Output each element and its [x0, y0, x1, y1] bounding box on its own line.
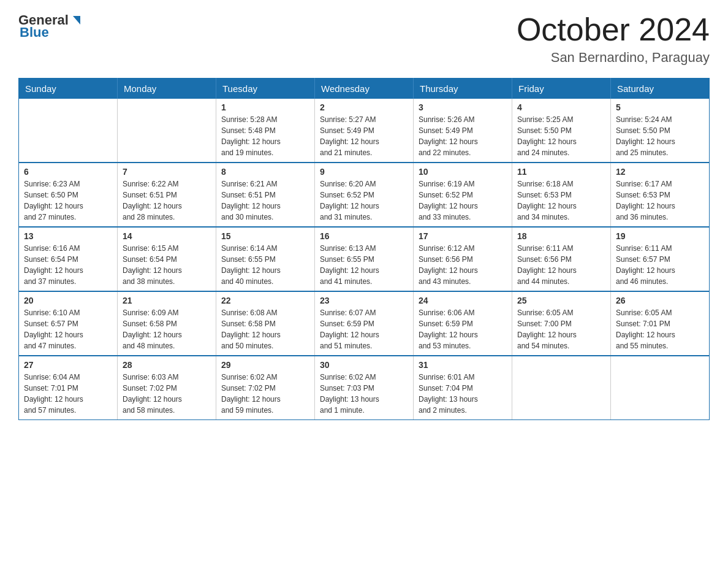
day-info-line: and 21 minutes. — [320, 148, 372, 157]
day-number: 21 — [123, 296, 211, 305]
day-number: 6 — [24, 167, 112, 177]
day-info-line: Sunrise: 6:08 AM — [221, 308, 277, 317]
day-info-line: Sunrise: 6:09 AM — [123, 308, 178, 317]
day-info-line: Sunrise: 6:21 AM — [221, 180, 277, 188]
day-info-line: Sunrise: 6:13 AM — [320, 244, 376, 253]
day-info-line: Sunset: 6:54 PM — [123, 255, 177, 264]
day-number: 18 — [517, 231, 605, 241]
day-info: Sunrise: 5:27 AMSunset: 5:49 PMDaylight:… — [320, 114, 408, 158]
day-info-line: Sunrise: 6:22 AM — [123, 180, 178, 188]
logo: General Blue — [18, 12, 83, 40]
day-info-line: Sunrise: 5:24 AM — [616, 115, 672, 124]
day-info: Sunrise: 6:13 AMSunset: 6:55 PMDaylight:… — [320, 243, 408, 287]
day-info-line: and 51 minutes. — [320, 342, 372, 350]
day-info-line: Daylight: 12 hours — [24, 266, 83, 275]
day-info-line: Daylight: 12 hours — [221, 202, 281, 210]
day-info: Sunrise: 6:02 AMSunset: 7:02 PMDaylight:… — [221, 372, 309, 416]
day-info-line: and 58 minutes. — [123, 406, 175, 415]
day-info-line: and 27 minutes. — [24, 213, 76, 221]
calendar-week-row: 6Sunrise: 6:23 AMSunset: 6:50 PMDaylight… — [19, 163, 710, 227]
calendar-cell: 20Sunrise: 6:10 AMSunset: 6:57 PMDayligh… — [19, 291, 118, 356]
day-info-line: and 41 minutes. — [320, 277, 372, 286]
calendar-cell: 7Sunrise: 6:22 AMSunset: 6:51 PMDaylight… — [118, 163, 216, 227]
calendar-table: SundayMondayTuesdayWednesdayThursdayFrid… — [18, 78, 710, 420]
day-info: Sunrise: 6:14 AMSunset: 6:55 PMDaylight:… — [221, 243, 309, 287]
day-number: 31 — [419, 360, 507, 370]
day-info: Sunrise: 5:28 AMSunset: 5:48 PMDaylight:… — [221, 114, 309, 158]
day-info-line: Sunrise: 6:17 AM — [616, 180, 672, 188]
calendar-cell: 4Sunrise: 5:25 AMSunset: 5:50 PMDaylight… — [512, 99, 611, 163]
day-info-line: Sunrise: 6:07 AM — [320, 308, 376, 317]
day-info-line: Sunset: 7:00 PM — [517, 320, 572, 328]
calendar-cell: 3Sunrise: 5:26 AMSunset: 5:49 PMDaylight… — [414, 99, 512, 163]
day-info-line: Sunset: 6:56 PM — [517, 255, 572, 264]
calendar-cell: 8Sunrise: 6:21 AMSunset: 6:51 PMDaylight… — [216, 163, 315, 227]
svg-marker-0 — [73, 16, 80, 25]
day-info-line: and 57 minutes. — [24, 406, 76, 415]
day-info-line: Daylight: 12 hours — [616, 331, 675, 339]
day-info-line: Daylight: 12 hours — [123, 331, 182, 339]
day-info-line: and 50 minutes. — [221, 342, 273, 350]
day-number: 29 — [221, 360, 309, 370]
day-info-line: Daylight: 12 hours — [24, 331, 83, 339]
calendar-cell: 1Sunrise: 5:28 AMSunset: 5:48 PMDaylight… — [216, 99, 315, 163]
day-info-line: Daylight: 12 hours — [616, 202, 675, 210]
day-info-line: Sunset: 6:52 PM — [419, 191, 473, 199]
calendar-cell: 2Sunrise: 5:27 AMSunset: 5:49 PMDaylight… — [315, 99, 414, 163]
calendar-cell: 9Sunrise: 6:20 AMSunset: 6:52 PMDaylight… — [315, 163, 414, 227]
day-info: Sunrise: 6:12 AMSunset: 6:56 PMDaylight:… — [419, 243, 507, 287]
day-info-line: Sunrise: 6:06 AM — [419, 308, 474, 317]
calendar-cell — [611, 356, 710, 420]
calendar-cell: 26Sunrise: 6:05 AMSunset: 7:01 PMDayligh… — [611, 291, 710, 356]
day-info-line: Daylight: 12 hours — [320, 137, 379, 146]
day-info: Sunrise: 6:21 AMSunset: 6:51 PMDaylight:… — [221, 178, 309, 223]
day-of-week-header: Thursday — [414, 79, 512, 99]
logo-triangle-icon — [70, 13, 83, 27]
day-info-line: Daylight: 13 hours — [320, 395, 379, 404]
calendar-cell: 31Sunrise: 6:01 AMSunset: 7:04 PMDayligh… — [414, 356, 512, 420]
day-number: 12 — [616, 167, 704, 177]
day-info: Sunrise: 6:08 AMSunset: 6:58 PMDaylight:… — [221, 307, 309, 351]
day-info: Sunrise: 5:24 AMSunset: 5:50 PMDaylight:… — [616, 114, 704, 158]
day-info-line: Sunset: 5:50 PM — [517, 126, 572, 135]
day-info-line: and 38 minutes. — [123, 277, 175, 286]
day-info-line: and 22 minutes. — [419, 148, 471, 157]
day-number: 24 — [419, 296, 507, 305]
day-info-line: Daylight: 12 hours — [616, 137, 675, 146]
day-info-line: Sunset: 7:03 PM — [320, 384, 374, 393]
day-number: 11 — [517, 167, 605, 177]
day-info-line: Sunset: 7:01 PM — [616, 320, 670, 328]
day-of-week-header: Friday — [512, 79, 611, 99]
day-number: 23 — [320, 296, 408, 305]
day-info: Sunrise: 6:18 AMSunset: 6:53 PMDaylight:… — [517, 178, 605, 223]
day-info-line: Daylight: 12 hours — [123, 395, 182, 404]
day-info: Sunrise: 6:11 AMSunset: 6:57 PMDaylight:… — [616, 243, 704, 287]
day-info-line: and 25 minutes. — [616, 148, 668, 157]
day-number: 27 — [24, 360, 112, 370]
calendar-cell: 13Sunrise: 6:16 AMSunset: 6:54 PMDayligh… — [19, 227, 118, 291]
day-info-line: Daylight: 12 hours — [419, 202, 478, 210]
day-info-line: and 34 minutes. — [517, 213, 569, 221]
day-info-line: Sunrise: 6:11 AM — [517, 244, 573, 253]
day-info-line: Daylight: 12 hours — [221, 395, 281, 404]
calendar-week-row: 27Sunrise: 6:04 AMSunset: 7:01 PMDayligh… — [19, 356, 710, 420]
day-info-line: and 54 minutes. — [517, 342, 569, 350]
day-info-line: and 59 minutes. — [221, 406, 273, 415]
calendar-cell: 21Sunrise: 6:09 AMSunset: 6:58 PMDayligh… — [118, 291, 216, 356]
day-info-line: Sunset: 6:53 PM — [517, 191, 572, 199]
day-info: Sunrise: 6:10 AMSunset: 6:57 PMDaylight:… — [24, 307, 112, 351]
day-info-line: Daylight: 13 hours — [419, 395, 478, 404]
calendar-cell: 28Sunrise: 6:03 AMSunset: 7:02 PMDayligh… — [118, 356, 216, 420]
day-number: 30 — [320, 360, 408, 370]
day-info: Sunrise: 5:26 AMSunset: 5:49 PMDaylight:… — [419, 114, 507, 158]
day-info-line: Sunset: 6:57 PM — [24, 320, 78, 328]
calendar-cell — [118, 99, 216, 163]
day-number: 10 — [419, 167, 507, 177]
day-info: Sunrise: 5:25 AMSunset: 5:50 PMDaylight:… — [517, 114, 605, 158]
day-info-line: Daylight: 12 hours — [517, 202, 577, 210]
day-info: Sunrise: 6:07 AMSunset: 6:59 PMDaylight:… — [320, 307, 408, 351]
day-info-line: Daylight: 12 hours — [517, 331, 577, 339]
day-number: 13 — [24, 231, 112, 241]
calendar-cell: 19Sunrise: 6:11 AMSunset: 6:57 PMDayligh… — [611, 227, 710, 291]
day-info-line: Sunset: 5:49 PM — [320, 126, 374, 135]
